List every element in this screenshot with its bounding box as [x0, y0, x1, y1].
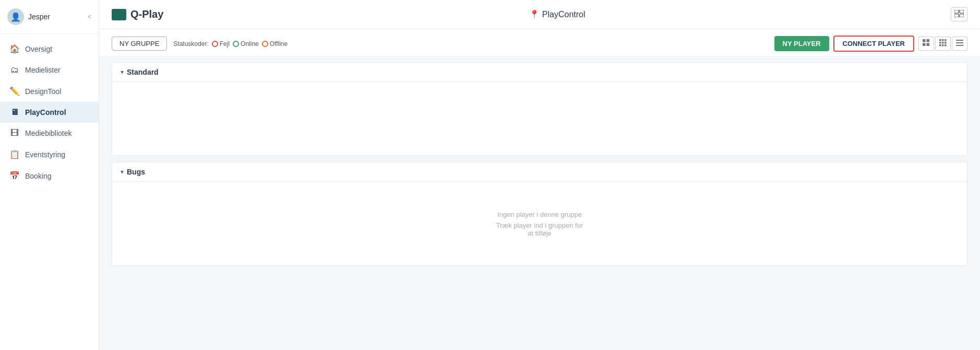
status-fejl: Fejl: [212, 40, 230, 48]
svg-rect-2: [954, 14, 959, 17]
status-offline: Offline: [262, 40, 288, 48]
sidebar-item-label: Eventstyring: [25, 150, 65, 159]
username-label: Jesper: [28, 13, 50, 21]
sidebar-nav: 🏠 Oversigt 🗂 Medielister ✏️ DesignTool 🖥…: [0, 34, 99, 350]
svg-rect-12: [942, 42, 944, 44]
chevron-down-icon: ▾: [121, 168, 124, 176]
group-standard-label: Standard: [127, 68, 159, 76]
toolbar: NY GRUPPE Statuskoder: Fejl Online Offli…: [99, 29, 980, 56]
fejl-dot: [212, 41, 218, 47]
svg-rect-17: [956, 40, 963, 41]
toolbar-right: NY PLAYER CONNECT PLAYER: [774, 36, 967, 52]
svg-rect-19: [956, 45, 963, 46]
svg-rect-0: [954, 10, 959, 13]
svg-rect-3: [960, 14, 964, 17]
status-online: Online: [233, 40, 259, 48]
group-bugs-header[interactable]: ▾ Bugs: [112, 162, 967, 182]
svg-rect-14: [939, 44, 941, 46]
offline-label: Offline: [270, 40, 288, 48]
eventstyring-icon: 📋: [9, 149, 20, 159]
content-area: ▾ Standard ▾ Bugs Ingen player i denne g…: [99, 56, 980, 350]
svg-rect-6: [923, 43, 926, 46]
sidebar-item-label: DesignTool: [25, 87, 61, 96]
logo-square: [112, 9, 126, 20]
header: Q-Play 📍 PlayControl: [99, 0, 980, 29]
header-view-icon-button[interactable]: [951, 7, 967, 21]
svg-rect-15: [942, 44, 944, 46]
avatar: 👤: [7, 8, 24, 25]
header-center: 📍 PlayControl: [172, 9, 942, 19]
sidebar-item-mediebibliotek[interactable]: 🎞 Mediebibliotek: [0, 123, 99, 144]
sidebar-item-label: Medielister: [25, 66, 61, 74]
sidebar-item-label: Mediebibliotek: [25, 129, 72, 137]
statuskoder: Statuskoder: Fejl Online Offline: [173, 40, 288, 48]
booking-icon: 📅: [9, 171, 20, 181]
sidebar-item-label: Booking: [25, 172, 52, 180]
sidebar-item-designtool[interactable]: ✏️ DesignTool: [0, 80, 99, 102]
view-small-grid-button[interactable]: [935, 37, 951, 51]
sidebar-collapse-button[interactable]: <: [88, 13, 91, 20]
sidebar-item-oversigt[interactable]: 🏠 Oversigt: [0, 38, 99, 60]
mediebibliotek-icon: 🎞: [9, 129, 20, 138]
sidebar-user: 👤 Jesper <: [0, 0, 99, 34]
fejl-label: Fejl: [220, 40, 230, 48]
logo: Q-Play: [112, 8, 163, 20]
view-list-button[interactable]: [952, 37, 967, 51]
group-bugs-label: Bugs: [127, 168, 145, 176]
svg-rect-13: [945, 42, 947, 44]
sidebar-item-label: Oversigt: [25, 45, 52, 53]
svg-rect-8: [939, 39, 941, 41]
page-title-text: PlayControl: [542, 10, 585, 19]
bugs-empty-message: Ingen player i denne gruppe: [497, 211, 582, 218]
svg-rect-16: [945, 44, 947, 46]
svg-rect-1: [960, 10, 964, 13]
group-standard-body: [112, 82, 967, 155]
sidebar-item-medielister[interactable]: 🗂 Medielister: [0, 60, 99, 80]
offline-dot: [262, 41, 268, 47]
svg-rect-7: [927, 43, 930, 46]
svg-rect-18: [956, 42, 963, 43]
designtool-icon: ✏️: [9, 86, 20, 96]
logo-text: Q-Play: [130, 8, 163, 20]
svg-rect-10: [945, 39, 947, 41]
playcontrol-icon: 🖥: [9, 108, 20, 117]
main-area: Q-Play 📍 PlayControl NY GRUPPE Statuskod…: [99, 0, 980, 350]
online-label: Online: [241, 40, 259, 48]
medielister-icon: 🗂: [9, 65, 20, 75]
connect-player-button[interactable]: CONNECT PLAYER: [833, 36, 914, 52]
svg-rect-4: [923, 39, 926, 42]
chevron-down-icon: ▾: [121, 68, 124, 76]
online-dot: [233, 41, 239, 47]
home-icon: 🏠: [9, 44, 20, 54]
bugs-empty-submessage: Træk player ind i gruppen forat tilføje: [496, 221, 583, 237]
sidebar: 👤 Jesper < 🏠 Oversigt 🗂 Medielister ✏️ D…: [0, 0, 99, 350]
ny-gruppe-button[interactable]: NY GRUPPE: [112, 37, 167, 51]
statuskoder-label: Statuskoder:: [173, 40, 208, 48]
sidebar-item-playcontrol[interactable]: 🖥 PlayControl: [0, 102, 99, 123]
svg-rect-9: [942, 39, 944, 41]
svg-rect-5: [927, 39, 930, 42]
group-bugs-body: Ingen player i denne gruppe Træk player …: [112, 182, 967, 265]
location-icon: 📍: [529, 9, 540, 19]
group-bugs: ▾ Bugs Ingen player i denne gruppe Træk …: [112, 162, 967, 266]
svg-rect-11: [939, 42, 941, 44]
sidebar-item-label: PlayControl: [25, 108, 66, 116]
group-standard: ▾ Standard: [112, 62, 967, 156]
page-title: 📍 PlayControl: [529, 9, 585, 19]
sidebar-item-booking[interactable]: 📅 Booking: [0, 165, 99, 186]
view-large-grid-button[interactable]: [918, 37, 934, 51]
sidebar-item-eventstyring[interactable]: 📋 Eventstyring: [0, 144, 99, 165]
ny-player-button[interactable]: NY PLAYER: [774, 36, 829, 51]
group-standard-header[interactable]: ▾ Standard: [112, 63, 967, 82]
view-buttons: [918, 37, 967, 51]
header-right: [951, 7, 967, 21]
